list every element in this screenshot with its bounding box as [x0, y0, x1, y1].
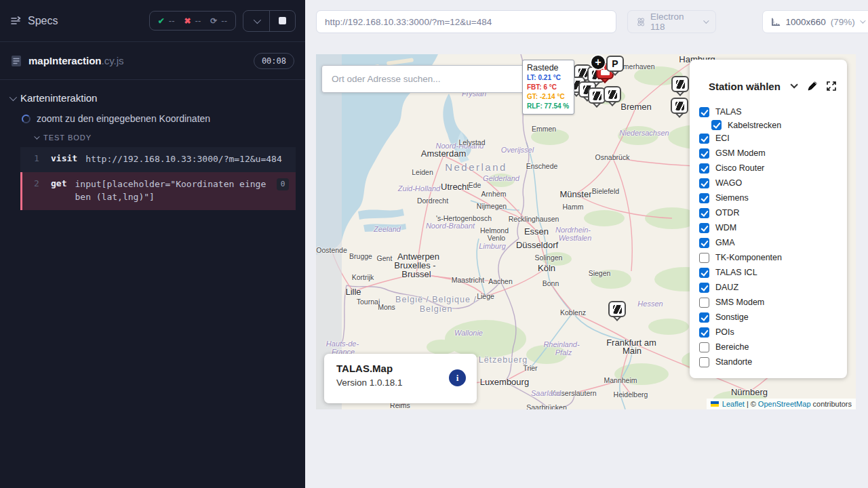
command-count-badge: 0 [277, 178, 289, 190]
station-label: OTDR [715, 208, 739, 218]
browser-name: Electron 118 [650, 12, 698, 32]
aut-panel: http://192.168.10.33:3000/?m=12&u=484 El… [305, 0, 868, 488]
spec-name: mapInteraction [28, 55, 102, 66]
leaflet-map[interactable]: Hamburg Bremerhaven Bremen Niedersachsen… [316, 54, 856, 409]
app-version: Version 1.0.18.1 [336, 378, 465, 388]
station-checkbox-list: TALAS Kabelstrecken ECI GSM Mode [690, 103, 847, 369]
station-marker[interactable] [671, 76, 689, 99]
station-checkbox[interactable] [699, 193, 709, 203]
url-text: http://192.168.10.33:3000/?m=12&u=484 [325, 17, 492, 27]
command-args: http://192.168.10.33:3000/?m=12&u=484 [85, 153, 289, 166]
station-row[interactable]: DAUZ [699, 280, 847, 295]
station-glyph-icon [608, 90, 617, 99]
station-label: TK-Komponenten [715, 253, 782, 262]
station-marker[interactable]: + [591, 56, 605, 69]
station-row[interactable]: WAGO [699, 176, 847, 190]
specs-list-icon [9, 15, 22, 27]
station-checkbox[interactable] [699, 107, 709, 117]
station-row[interactable]: Standorte [699, 354, 847, 369]
station-checkbox[interactable] [699, 312, 709, 323]
station-checkbox[interactable] [699, 253, 709, 263]
command-row[interactable]: 2 get input[placeholder="Koordinaten ein… [20, 172, 296, 210]
stat-passed: ✔-- [158, 16, 175, 26]
station-marker[interactable] [671, 98, 688, 121]
viewport-selector[interactable]: 1000x660 (79%) [762, 10, 868, 33]
station-row[interactable]: TALAS [699, 104, 847, 119]
station-row[interactable]: TALAS ICL [699, 265, 847, 280]
chevron-down-icon[interactable] [790, 81, 797, 88]
station-checkbox[interactable] [699, 134, 709, 144]
station-row[interactable]: WDM [699, 220, 847, 235]
station-row[interactable]: Cisco Router [699, 161, 847, 176]
station-row[interactable]: Bereiche [699, 340, 847, 354]
specs-menu-button[interactable]: Specs [9, 15, 58, 27]
station-checkbox[interactable] [699, 342, 709, 352]
leaflet-link[interactable]: Leaflet [722, 400, 745, 408]
station-checkbox[interactable] [699, 178, 709, 188]
spec-file-icon [11, 55, 22, 67]
fullscreen-expand-icon[interactable] [824, 79, 839, 94]
stop-button[interactable] [269, 11, 295, 31]
osm-link[interactable]: OpenStreetMap [758, 400, 811, 408]
station-marker[interactable] [604, 86, 621, 109]
station-marker[interactable]: P [606, 56, 624, 79]
station-row[interactable]: Sonstige [699, 310, 847, 325]
station-label: Standorte [715, 357, 752, 367]
aut-toolbar: http://192.168.10.33:3000/?m=12&u=484 El… [305, 0, 868, 33]
marker-head [604, 86, 621, 102]
station-checkbox[interactable] [699, 238, 709, 248]
station-row[interactable]: SMS Modem [699, 295, 847, 310]
cypress-reporter: Specs ✔-- ✖-- ⟳-- mapInteraction .cy.js … [0, 0, 305, 488]
stat-failed: ✖-- [184, 16, 201, 26]
info-icon[interactable]: i [449, 369, 466, 386]
station-checkbox[interactable] [699, 357, 709, 367]
station-row[interactable]: Kabelstrecken [699, 119, 847, 131]
station-checkbox[interactable] [699, 208, 709, 218]
test-body-toggle[interactable]: TEST BODY [0, 128, 305, 146]
chevron-down-icon [254, 16, 261, 23]
url-bar[interactable]: http://192.168.10.33:3000/?m=12&u=484 [316, 10, 616, 33]
viewport-zoom: (79%) [831, 17, 855, 27]
collapse-button[interactable] [243, 11, 269, 31]
tooltip-readings: LT: 0.21 °C FBT: 6 °C GT: -2.14 °C RLF: … [527, 73, 570, 111]
station-label: GSM Modem [715, 148, 766, 158]
station-row[interactable]: GMA [699, 235, 847, 250]
edit-pencil-icon[interactable] [805, 79, 820, 94]
station-row[interactable]: OTDR [699, 205, 847, 220]
station-glyph-icon [675, 102, 684, 110]
test-title: zoomt zu den eingegebenen Koordinaten [37, 113, 210, 124]
suite-karteninteraktion[interactable]: Karteninteraktion [0, 87, 305, 109]
station-tooltip: Rastede LT: 0.21 °C FBT: 6 °C GT: -2.14 … [522, 60, 574, 115]
station-checkbox[interactable] [699, 163, 709, 174]
marker-head [608, 301, 626, 317]
station-checkbox[interactable] [699, 298, 709, 308]
station-row[interactable]: POIs [699, 325, 847, 340]
command-row[interactable]: 1 visit http://192.168.10.33:3000/?m=12&… [20, 147, 296, 172]
command-log: 1 visit http://192.168.10.33:3000/?m=12&… [20, 147, 296, 210]
station-label: ECI [715, 134, 730, 143]
marker-letter: + [595, 57, 601, 68]
station-checkbox[interactable] [699, 223, 709, 233]
stat-pending: ⟳-- [210, 16, 227, 26]
search-input[interactable] [332, 74, 517, 84]
station-row[interactable]: TK-Komponenten [699, 250, 847, 265]
station-checkbox[interactable] [699, 283, 709, 293]
station-row[interactable]: Siemens [699, 190, 847, 205]
browser-selector[interactable]: Electron 118 [627, 10, 716, 33]
test-row[interactable]: zoomt zu den eingegebenen Koordinaten [0, 109, 305, 128]
station-glyph-icon [578, 68, 587, 77]
station-checkbox[interactable] [699, 268, 709, 278]
station-row[interactable]: ECI [699, 131, 847, 146]
station-panel-title: Station wählen [709, 81, 781, 92]
station-checkbox[interactable] [711, 120, 722, 130]
spec-extension: .cy.js [102, 55, 124, 66]
station-label: Kabelstrecken [728, 121, 781, 130]
station-checkbox[interactable] [699, 327, 709, 338]
station-marker[interactable] [608, 301, 626, 324]
marker-head [671, 76, 689, 92]
station-checkbox[interactable] [699, 148, 709, 159]
station-glyph-icon [676, 80, 685, 89]
station-panel-header: Station wählen [690, 79, 847, 103]
station-row[interactable]: GSM Modem [699, 146, 847, 161]
spec-row[interactable]: mapInteraction .cy.js 00:08 [0, 42, 305, 80]
